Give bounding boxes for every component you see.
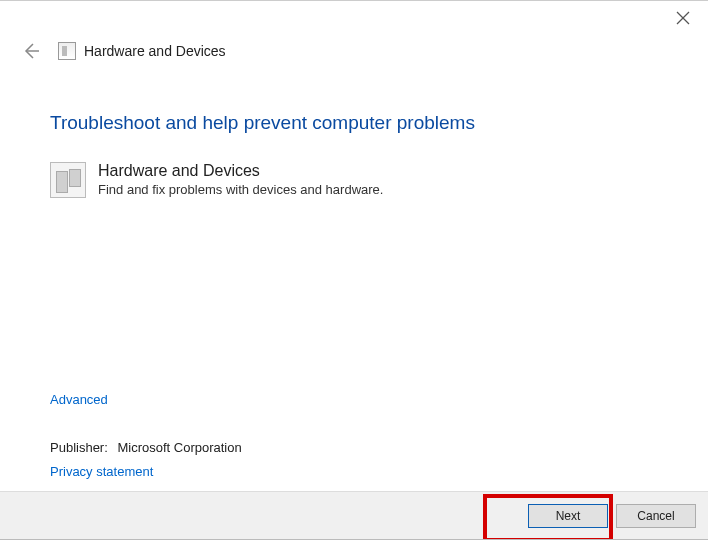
next-button[interactable]: Next xyxy=(528,504,608,528)
cancel-button[interactable]: Cancel xyxy=(616,504,696,528)
publisher-value: Microsoft Corporation xyxy=(117,440,241,455)
footer-bar: Next Cancel xyxy=(0,491,708,539)
window-border xyxy=(0,539,708,557)
close-icon[interactable] xyxy=(676,11,690,25)
privacy-statement-link[interactable]: Privacy statement xyxy=(50,464,153,479)
item-description: Find and fix problems with devices and h… xyxy=(98,182,383,197)
hardware-icon xyxy=(58,42,76,60)
publisher-line: Publisher: Microsoft Corporation xyxy=(50,440,242,455)
troubleshooter-item: Hardware and Devices Find and fix proble… xyxy=(50,162,658,198)
publisher-label: Publisher: xyxy=(50,440,108,455)
advanced-link[interactable]: Advanced xyxy=(50,392,108,407)
window-title: Hardware and Devices xyxy=(84,43,226,59)
main-heading: Troubleshoot and help prevent computer p… xyxy=(50,112,658,134)
back-arrow-icon xyxy=(22,42,40,60)
devices-icon xyxy=(50,162,86,198)
item-title: Hardware and Devices xyxy=(98,162,383,180)
